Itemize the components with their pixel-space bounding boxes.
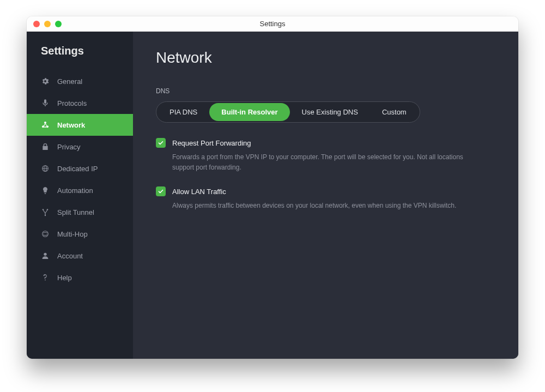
lan-traffic-checkbox[interactable] [156, 186, 166, 196]
sidebar: Settings General Protocols [27, 32, 133, 359]
sidebar-item-label: Privacy [57, 143, 81, 151]
svg-point-7 [45, 215, 46, 216]
svg-point-5 [43, 209, 44, 210]
sidebar-item-label: Network [57, 121, 85, 129]
dns-option-custom[interactable]: Custom [370, 103, 419, 121]
zoom-icon[interactable] [55, 21, 62, 27]
dns-label: DNS [156, 87, 495, 95]
sidebar-item-multi-hop[interactable]: Multi-Hop [27, 223, 133, 245]
sidebar-item-dedicated-ip[interactable]: Dedicated IP [27, 158, 133, 179]
sidebar-item-label: Help [57, 274, 72, 282]
network-icon [41, 120, 50, 129]
svg-point-0 [44, 122, 46, 124]
mic-icon [41, 99, 50, 107]
bulb-icon [41, 186, 50, 195]
page-title: Network [156, 49, 495, 67]
sidebar-item-label: Account [57, 252, 83, 260]
multihop-icon [41, 230, 50, 238]
sidebar-item-label: Split Tunnel [57, 208, 94, 216]
sidebar-item-general[interactable]: General [27, 70, 133, 92]
lock-icon [41, 142, 50, 151]
globe-ip-icon [41, 164, 50, 173]
settings-window: Settings Settings General Protocols [27, 16, 518, 359]
dns-segmented-control: PIA DNS Built-in Resolver Use Existing D… [156, 101, 420, 123]
sidebar-item-protocols[interactable]: Protocols [27, 92, 133, 114]
lan-traffic-label: Allow LAN Traffic [172, 188, 226, 196]
check-icon [158, 188, 164, 195]
content-area: Network DNS PIA DNS Built-in Resolver Us… [133, 32, 518, 359]
port-forwarding-checkbox[interactable] [156, 138, 166, 148]
titlebar: Settings [27, 16, 518, 32]
minimize-icon[interactable] [44, 21, 51, 27]
dns-option-use-existing[interactable]: Use Existing DNS [290, 103, 370, 121]
port-forwarding-label: Request Port Forwarding [172, 139, 251, 147]
app-body: Settings General Protocols [27, 32, 518, 359]
dns-option-pia[interactable]: PIA DNS [158, 103, 209, 121]
sidebar-title: Settings [27, 45, 133, 70]
sidebar-item-split-tunnel[interactable]: Split Tunnel [27, 201, 133, 223]
sidebar-item-privacy[interactable]: Privacy [27, 136, 133, 158]
setting-port-forwarding: Request Port Forwarding Forwards a port … [156, 138, 495, 172]
sidebar-item-label: Dedicated IP [57, 165, 98, 173]
svg-point-6 [47, 209, 48, 210]
svg-point-9 [44, 253, 46, 256]
user-icon [41, 251, 50, 260]
question-icon [41, 273, 50, 282]
sidebar-item-network[interactable]: Network [27, 114, 133, 136]
sidebar-item-label: General [57, 77, 82, 86]
fork-icon [41, 208, 50, 216]
window-title: Settings [27, 20, 518, 28]
sidebar-item-help[interactable]: Help [27, 267, 133, 288]
dns-option-built-in-resolver[interactable]: Built-in Resolver [209, 103, 289, 121]
svg-point-8 [43, 231, 49, 237]
svg-point-2 [46, 125, 49, 128]
sidebar-item-account[interactable]: Account [27, 245, 133, 267]
lan-traffic-description: Always permits traffic between devices o… [156, 201, 472, 211]
nav: General Protocols Network [27, 70, 133, 288]
sidebar-item-automation[interactable]: Automation [27, 179, 133, 201]
traffic-lights [33, 21, 62, 27]
sidebar-item-label: Automation [57, 186, 93, 195]
setting-lan-traffic: Allow LAN Traffic Always permits traffic… [156, 186, 495, 211]
check-icon [158, 140, 164, 146]
close-icon[interactable] [33, 21, 40, 27]
port-forwarding-description: Forwards a port from the VPN IP to your … [156, 152, 472, 172]
sidebar-item-label: Multi-Hop [57, 230, 88, 238]
gear-icon [41, 77, 50, 86]
sidebar-item-label: Protocols [57, 99, 87, 107]
